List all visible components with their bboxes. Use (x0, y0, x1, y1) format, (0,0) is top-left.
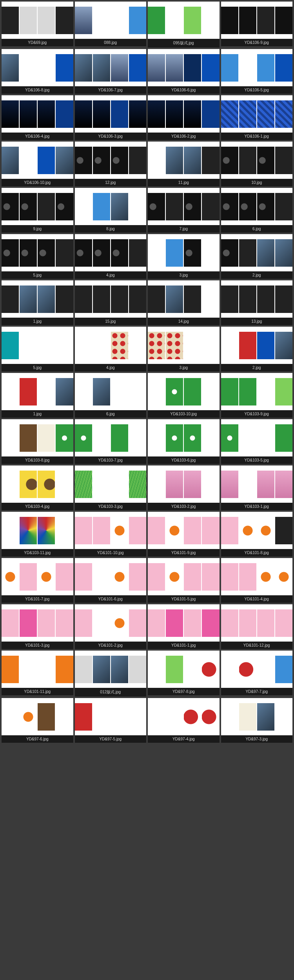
thumbnail-cell[interactable]: YD&101-4.jpg (221, 558, 293, 603)
thumbnail-cell[interactable]: YD&106-10.jpg (2, 142, 73, 186)
thumbnail-cell[interactable]: YD&103-10.jpg (148, 373, 220, 418)
thumbnail-image[interactable] (2, 604, 73, 642)
thumbnail-cell[interactable]: 088.jpg (75, 2, 147, 47)
thumbnail-image[interactable] (148, 373, 220, 410)
thumbnail-image[interactable] (221, 698, 293, 735)
thumbnail-cell[interactable]: 9.jpg (2, 188, 73, 233)
thumbnail-cell[interactable]: 5.jpg (2, 234, 73, 279)
thumbnail-image[interactable] (2, 49, 73, 86)
thumbnail-image[interactable] (75, 512, 147, 549)
thumbnail-image[interactable] (75, 373, 147, 410)
thumbnail-cell[interactable]: YD&103-5.jpg (221, 419, 293, 464)
thumbnail-cell[interactable]: YD&103-3.jpg (75, 465, 147, 510)
thumbnail-cell[interactable]: YD&97-7.jpg (221, 651, 293, 696)
thumbnail-image[interactable] (148, 419, 220, 456)
thumbnail-cell[interactable]: 8.jpg (75, 188, 147, 233)
thumbnail-cell[interactable]: 3.jpg (148, 234, 220, 279)
thumbnail-cell[interactable]: 3.jpg (148, 327, 220, 371)
thumbnail-image[interactable] (75, 465, 147, 503)
thumbnail-image[interactable] (75, 234, 147, 271)
thumbnail-cell[interactable]: YD&106-6.jpg (148, 49, 220, 94)
thumbnail-cell[interactable]: 012版式.jpg (75, 651, 147, 696)
thumbnail-cell[interactable]: YD&106-3.jpg (75, 95, 147, 140)
thumbnail-cell[interactable]: YD&103-7.jpg (75, 419, 147, 464)
thumbnail-image[interactable] (2, 2, 73, 39)
thumbnail-image[interactable] (75, 558, 147, 595)
thumbnail-image[interactable] (2, 234, 73, 271)
thumbnail-image[interactable] (148, 49, 220, 86)
thumbnail-image[interactable] (2, 651, 73, 688)
thumbnail-image[interactable] (75, 604, 147, 642)
thumbnail-cell[interactable]: 10.jpg (221, 142, 293, 186)
thumbnail-cell[interactable]: 095版式.jpg (148, 2, 220, 47)
thumbnail-cell[interactable]: YD&103-11.jpg (2, 512, 73, 556)
thumbnail-cell[interactable]: 1.jpg (2, 373, 73, 418)
thumbnail-cell[interactable]: YD&101-12.jpg (221, 604, 293, 649)
thumbnail-image[interactable] (2, 558, 73, 595)
thumbnail-cell[interactable]: YD&97-6.jpg (2, 698, 73, 743)
thumbnail-image[interactable] (221, 651, 293, 688)
thumbnail-cell[interactable]: YD&106-7.jpg (75, 49, 147, 94)
thumbnail-image[interactable] (75, 95, 147, 133)
thumbnail-image[interactable] (148, 465, 220, 503)
thumbnail-cell[interactable]: YD&101-11.jpg (2, 651, 73, 696)
thumbnail-cell[interactable]: 7.jpg (148, 188, 220, 233)
thumbnail-image[interactable] (148, 95, 220, 133)
thumbnail-image[interactable] (75, 2, 147, 39)
thumbnail-cell[interactable]: 14.jpg (148, 280, 220, 325)
thumbnail-cell[interactable]: 6.jpg (221, 188, 293, 233)
thumbnail-image[interactable] (221, 142, 293, 179)
thumbnail-cell[interactable]: 4.jpg (75, 234, 147, 279)
thumbnail-image[interactable] (75, 698, 147, 735)
thumbnail-image[interactable] (148, 651, 220, 688)
thumbnail-image[interactable] (148, 280, 220, 318)
thumbnail-image[interactable] (148, 188, 220, 225)
thumbnail-image[interactable] (2, 419, 73, 456)
thumbnail-image[interactable] (221, 280, 293, 318)
thumbnail-image[interactable] (221, 512, 293, 549)
thumbnail-cell[interactable]: YD&101-9.jpg (148, 512, 220, 556)
thumbnail-image[interactable] (2, 188, 73, 225)
thumbnail-image[interactable] (221, 465, 293, 503)
thumbnail-image[interactable] (2, 373, 73, 410)
thumbnail-cell[interactable]: YD&101-1.jpg (148, 604, 220, 649)
thumbnail-image[interactable] (148, 142, 220, 179)
thumbnail-image[interactable] (148, 558, 220, 595)
thumbnail-image[interactable] (221, 49, 293, 86)
thumbnail-image[interactable] (221, 604, 293, 642)
thumbnail-cell[interactable]: YD&97-8.jpg (148, 651, 220, 696)
thumbnail-cell[interactable]: YD&106-9.jpg (221, 2, 293, 47)
thumbnail-image[interactable] (75, 188, 147, 225)
thumbnail-image[interactable] (75, 419, 147, 456)
thumbnail-cell[interactable]: YD&106-5.jpg (221, 49, 293, 94)
thumbnail-cell[interactable]: YD&103-4.jpg (2, 465, 73, 510)
thumbnail-image[interactable] (2, 512, 73, 549)
thumbnail-cell[interactable]: 1.jpg (2, 280, 73, 325)
thumbnail-image[interactable] (2, 142, 73, 179)
thumbnail-cell[interactable]: YD&103-9.jpg (221, 373, 293, 418)
thumbnail-cell[interactable]: 15.jpg (75, 280, 147, 325)
thumbnail-image[interactable] (148, 234, 220, 271)
thumbnail-image[interactable] (75, 327, 147, 364)
thumbnail-cell[interactable]: YD&103-6.jpg (148, 419, 220, 464)
thumbnail-cell[interactable]: YD&106-8.jpg (2, 49, 73, 94)
thumbnail-cell[interactable]: 4.jpg (75, 327, 147, 371)
thumbnail-image[interactable] (148, 512, 220, 549)
thumbnail-cell[interactable]: 11.jpg (148, 142, 220, 186)
thumbnail-image[interactable] (75, 49, 147, 86)
thumbnail-image[interactable] (2, 95, 73, 133)
thumbnail-image[interactable] (221, 2, 293, 39)
thumbnail-cell[interactable]: YD&106-1.jpg (221, 95, 293, 140)
thumbnail-cell[interactable]: YD&101-7.jpg (2, 558, 73, 603)
thumbnail-image[interactable] (2, 327, 73, 364)
thumbnail-cell[interactable]: YD&101-3.jpg (2, 604, 73, 649)
thumbnail-cell[interactable]: YD&97-5.jpg (75, 698, 147, 743)
thumbnail-image[interactable] (2, 465, 73, 503)
thumbnail-image[interactable] (75, 651, 147, 688)
thumbnail-image[interactable] (221, 373, 293, 410)
thumbnail-cell[interactable]: 2.jpg (221, 234, 293, 279)
thumbnail-cell[interactable]: 12.jpg (75, 142, 147, 186)
thumbnail-cell[interactable]: YD&101-6.jpg (75, 558, 147, 603)
thumbnail-image[interactable] (75, 280, 147, 318)
thumbnail-cell[interactable]: YD&101-5.jpg (148, 558, 220, 603)
